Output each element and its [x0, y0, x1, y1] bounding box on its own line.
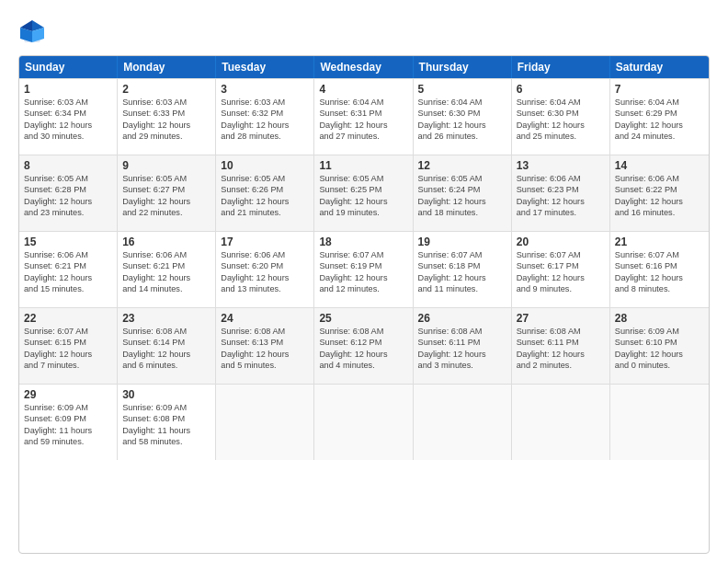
calendar-cell — [610, 385, 709, 460]
day-info: Sunrise: 6:08 AM Sunset: 6:12 PM Dayligh… — [319, 326, 407, 372]
calendar-row: 15Sunrise: 6:06 AM Sunset: 6:21 PM Dayli… — [19, 231, 709, 307]
day-info: Sunrise: 6:09 AM Sunset: 6:09 PM Dayligh… — [24, 402, 112, 448]
weekday-header: Thursday — [414, 56, 512, 78]
calendar-cell: 10Sunrise: 6:05 AM Sunset: 6:26 PM Dayli… — [216, 155, 314, 231]
calendar-row: 22Sunrise: 6:07 AM Sunset: 6:15 PM Dayli… — [19, 307, 709, 384]
calendar: SundayMondayTuesdayWednesdayThursdayFrid… — [18, 55, 710, 554]
calendar-cell: 19Sunrise: 6:07 AM Sunset: 6:18 PM Dayli… — [414, 232, 512, 307]
day-info: Sunrise: 6:05 AM Sunset: 6:24 PM Dayligh… — [418, 173, 506, 219]
day-number: 19 — [418, 236, 506, 248]
calendar-cell: 24Sunrise: 6:08 AM Sunset: 6:13 PM Dayli… — [216, 308, 314, 384]
day-number: 10 — [221, 159, 309, 172]
day-number: 25 — [319, 312, 407, 325]
day-number: 16 — [122, 236, 210, 248]
day-info: Sunrise: 6:08 AM Sunset: 6:14 PM Dayligh… — [122, 326, 210, 372]
page: SundayMondayTuesdayWednesdayThursdayFrid… — [0, 0, 728, 563]
day-number: 5 — [418, 83, 506, 96]
calendar-cell: 6Sunrise: 6:04 AM Sunset: 6:30 PM Daylig… — [512, 79, 610, 155]
calendar-cell: 15Sunrise: 6:06 AM Sunset: 6:21 PM Dayli… — [19, 232, 118, 307]
calendar-cell: 17Sunrise: 6:06 AM Sunset: 6:20 PM Dayli… — [216, 232, 314, 307]
day-number: 3 — [221, 83, 309, 96]
calendar-cell: 21Sunrise: 6:07 AM Sunset: 6:16 PM Dayli… — [610, 232, 709, 307]
logo-icon — [18, 18, 46, 44]
day-info: Sunrise: 6:09 AM Sunset: 6:10 PM Dayligh… — [615, 326, 704, 372]
calendar-cell: 22Sunrise: 6:07 AM Sunset: 6:15 PM Dayli… — [19, 308, 118, 384]
weekday-header: Friday — [512, 56, 610, 78]
day-info: Sunrise: 6:09 AM Sunset: 6:08 PM Dayligh… — [122, 402, 210, 448]
logo — [18, 18, 48, 48]
day-info: Sunrise: 6:03 AM Sunset: 6:34 PM Dayligh… — [24, 97, 112, 143]
day-number: 13 — [517, 159, 605, 172]
day-info: Sunrise: 6:06 AM Sunset: 6:22 PM Dayligh… — [615, 173, 704, 219]
day-info: Sunrise: 6:06 AM Sunset: 6:23 PM Dayligh… — [517, 173, 605, 219]
day-number: 22 — [24, 312, 112, 325]
day-number: 24 — [221, 312, 309, 325]
calendar-cell: 8Sunrise: 6:05 AM Sunset: 6:28 PM Daylig… — [19, 155, 118, 231]
day-info: Sunrise: 6:03 AM Sunset: 6:33 PM Dayligh… — [122, 97, 210, 143]
day-info: Sunrise: 6:05 AM Sunset: 6:25 PM Dayligh… — [319, 173, 407, 219]
day-number: 14 — [615, 159, 704, 172]
day-info: Sunrise: 6:04 AM Sunset: 6:30 PM Dayligh… — [418, 97, 506, 143]
day-number: 8 — [24, 159, 112, 172]
calendar-cell: 29Sunrise: 6:09 AM Sunset: 6:09 PM Dayli… — [19, 385, 118, 460]
day-info: Sunrise: 6:07 AM Sunset: 6:19 PM Dayligh… — [319, 249, 407, 295]
weekday-header: Saturday — [610, 56, 709, 78]
calendar-cell: 3Sunrise: 6:03 AM Sunset: 6:32 PM Daylig… — [216, 79, 314, 155]
day-number: 11 — [319, 159, 407, 172]
day-info: Sunrise: 6:07 AM Sunset: 6:16 PM Dayligh… — [615, 249, 704, 295]
day-number: 29 — [24, 388, 112, 401]
calendar-cell: 30Sunrise: 6:09 AM Sunset: 6:08 PM Dayli… — [118, 385, 216, 460]
day-info: Sunrise: 6:06 AM Sunset: 6:21 PM Dayligh… — [24, 249, 112, 295]
calendar-cell: 9Sunrise: 6:05 AM Sunset: 6:27 PM Daylig… — [118, 155, 216, 231]
calendar-cell — [414, 385, 512, 460]
day-info: Sunrise: 6:06 AM Sunset: 6:21 PM Dayligh… — [122, 249, 210, 295]
day-info: Sunrise: 6:04 AM Sunset: 6:30 PM Dayligh… — [517, 97, 605, 143]
calendar-cell: 16Sunrise: 6:06 AM Sunset: 6:21 PM Dayli… — [118, 232, 216, 307]
weekday-header: Wednesday — [314, 56, 413, 78]
day-number: 15 — [24, 236, 112, 248]
day-info: Sunrise: 6:04 AM Sunset: 6:31 PM Dayligh… — [319, 97, 407, 143]
calendar-cell: 25Sunrise: 6:08 AM Sunset: 6:12 PM Dayli… — [314, 308, 413, 384]
day-number: 6 — [517, 83, 605, 96]
calendar-cell: 7Sunrise: 6:04 AM Sunset: 6:29 PM Daylig… — [610, 79, 709, 155]
day-number: 17 — [221, 236, 309, 248]
day-number: 7 — [615, 83, 704, 96]
day-number: 20 — [517, 236, 605, 248]
day-number: 23 — [122, 312, 210, 325]
day-info: Sunrise: 6:04 AM Sunset: 6:29 PM Dayligh… — [615, 97, 704, 143]
day-number: 30 — [122, 388, 210, 401]
day-number: 27 — [517, 312, 605, 325]
calendar-cell: 5Sunrise: 6:04 AM Sunset: 6:30 PM Daylig… — [414, 79, 512, 155]
day-number: 2 — [122, 83, 210, 96]
calendar-cell — [314, 385, 413, 460]
day-info: Sunrise: 6:05 AM Sunset: 6:27 PM Dayligh… — [122, 173, 210, 219]
weekday-header: Sunday — [19, 56, 118, 78]
calendar-cell: 13Sunrise: 6:06 AM Sunset: 6:23 PM Dayli… — [512, 155, 610, 231]
day-number: 18 — [319, 236, 407, 248]
day-number: 26 — [418, 312, 506, 325]
calendar-cell: 26Sunrise: 6:08 AM Sunset: 6:11 PM Dayli… — [414, 308, 512, 384]
day-info: Sunrise: 6:07 AM Sunset: 6:15 PM Dayligh… — [24, 326, 112, 372]
day-info: Sunrise: 6:05 AM Sunset: 6:26 PM Dayligh… — [221, 173, 309, 219]
day-number: 12 — [418, 159, 506, 172]
calendar-cell: 11Sunrise: 6:05 AM Sunset: 6:25 PM Dayli… — [314, 155, 413, 231]
header — [18, 15, 710, 48]
day-number: 28 — [615, 312, 704, 325]
calendar-cell: 18Sunrise: 6:07 AM Sunset: 6:19 PM Dayli… — [314, 232, 413, 307]
calendar-cell: 14Sunrise: 6:06 AM Sunset: 6:22 PM Dayli… — [610, 155, 709, 231]
weekday-header: Tuesday — [216, 56, 314, 78]
day-info: Sunrise: 6:08 AM Sunset: 6:11 PM Dayligh… — [517, 326, 605, 372]
calendar-cell: 12Sunrise: 6:05 AM Sunset: 6:24 PM Dayli… — [414, 155, 512, 231]
day-info: Sunrise: 6:05 AM Sunset: 6:28 PM Dayligh… — [24, 173, 112, 219]
calendar-row: 8Sunrise: 6:05 AM Sunset: 6:28 PM Daylig… — [19, 155, 709, 231]
day-info: Sunrise: 6:08 AM Sunset: 6:13 PM Dayligh… — [221, 326, 309, 372]
calendar-cell: 20Sunrise: 6:07 AM Sunset: 6:17 PM Dayli… — [512, 232, 610, 307]
calendar-row: 29Sunrise: 6:09 AM Sunset: 6:09 PM Dayli… — [19, 384, 709, 460]
day-info: Sunrise: 6:08 AM Sunset: 6:11 PM Dayligh… — [418, 326, 506, 372]
day-info: Sunrise: 6:07 AM Sunset: 6:17 PM Dayligh… — [517, 249, 605, 295]
calendar-cell: 1Sunrise: 6:03 AM Sunset: 6:34 PM Daylig… — [19, 79, 118, 155]
calendar-header: SundayMondayTuesdayWednesdayThursdayFrid… — [19, 56, 709, 78]
day-number: 21 — [615, 236, 704, 248]
calendar-cell: 4Sunrise: 6:04 AM Sunset: 6:31 PM Daylig… — [314, 79, 413, 155]
calendar-cell — [216, 385, 314, 460]
